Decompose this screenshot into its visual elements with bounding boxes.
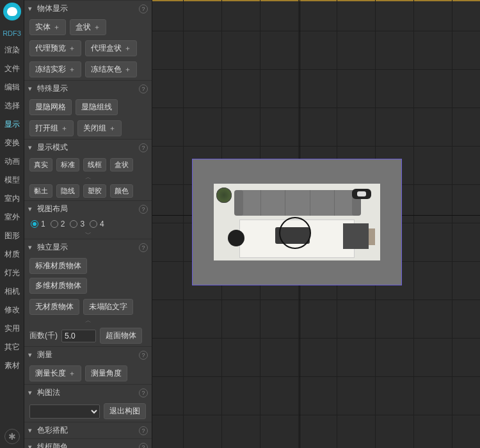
btn-toggle-grid[interactable]: 显隐网格 — [29, 99, 72, 115]
rail-item-14[interactable]: 修改 — [4, 301, 20, 319]
rail-item-10[interactable]: 图形 — [4, 227, 20, 245]
btn-solid[interactable]: 实体＋ — [29, 19, 66, 35]
plus-icon: ＋ — [68, 44, 76, 53]
composition-combo[interactable] — [29, 404, 100, 419]
rail-rdf[interactable]: RDF3 — [0, 26, 24, 41]
chevron-down-icon: ▾ — [28, 443, 37, 448]
rail-item-5[interactable]: 变换 — [4, 134, 20, 152]
section-object-display[interactable]: ▾ 物体显示 ? — [24, 0, 152, 17]
rail-item-12[interactable]: 灯光 — [4, 264, 20, 282]
rail-item-15[interactable]: 实用 — [4, 319, 20, 338]
btn-exit-composition[interactable]: 退出构图 — [104, 403, 146, 419]
rail-item-3[interactable]: 选择 — [4, 97, 20, 115]
render-preview — [192, 159, 402, 285]
layout-radio-3[interactable]: 3 — [70, 220, 84, 228]
rail-item-1[interactable]: 文件 — [4, 60, 20, 78]
btn-open-group[interactable]: 打开组＋ — [29, 120, 74, 136]
plus-icon: ＋ — [53, 22, 60, 32]
section-title: 独立显示 — [37, 242, 68, 253]
btn-over-faces[interactable]: 超面物体 — [100, 328, 142, 344]
btn-mode-color[interactable]: 颜色 — [110, 184, 133, 198]
plus-icon: ＋ — [68, 369, 76, 378]
btn-no-mat[interactable]: 无材质物体 — [29, 299, 79, 315]
btn-multi-mat[interactable]: 多维材质物体 — [29, 278, 87, 294]
btn-freeze-color[interactable]: 冻结实彩＋ — [29, 61, 81, 77]
help-icon[interactable]: ? — [139, 4, 148, 13]
rail-item-13[interactable]: 相机 — [4, 282, 20, 301]
rail-item-4[interactable]: 显示 — [4, 115, 20, 134]
section-title: 显示模式 — [37, 142, 68, 153]
rail-item-8[interactable]: 室内 — [4, 189, 20, 208]
btn-toggle-groupline[interactable]: 显隐组线 — [76, 99, 118, 115]
section-title: 线框颜色 — [37, 442, 68, 448]
btn-mode-clay[interactable]: 黏土 — [29, 184, 52, 198]
section-title: 视图布局 — [37, 204, 68, 214]
rail-item-11[interactable]: 材质 — [4, 245, 20, 264]
chevron-down-icon: ▾ — [28, 4, 37, 13]
btn-box[interactable]: 盒状＋ — [70, 19, 106, 35]
expand-caret-icon[interactable]: ﹀ — [24, 231, 152, 239]
btn-std-mat[interactable]: 标准材质物体 — [29, 258, 87, 274]
section-title: 特殊显示 — [37, 83, 68, 94]
viewport[interactable] — [152, 0, 480, 448]
settings-gear-icon[interactable]: ✱ — [4, 429, 20, 444]
section-viewport-layout[interactable]: ▾ 视图布局 ? — [24, 200, 152, 217]
btn-mode-real[interactable]: 真实 — [29, 158, 52, 172]
layout-radio-group: 1234 — [24, 217, 152, 231]
left-rail: RDF3 渲染文件编辑选择显示变换动画模型室内室外图形材质灯光相机修改实用其它素… — [0, 0, 24, 448]
section-special-display[interactable]: ▾ 特殊显示 ? — [24, 80, 152, 97]
rail-item-6[interactable]: 动画 — [4, 152, 20, 171]
help-icon[interactable]: ? — [139, 84, 148, 93]
help-icon[interactable]: ? — [139, 388, 148, 397]
chevron-down-icon: ▾ — [28, 243, 37, 252]
btn-proxy-box[interactable]: 代理盒状＋ — [85, 40, 137, 56]
layout-radio-4[interactable]: 4 — [90, 220, 104, 228]
collapse-caret-icon[interactable]: ︿ — [24, 317, 152, 325]
layout-radio-1[interactable]: 1 — [31, 220, 45, 228]
section-isolate[interactable]: ▾ 独立显示 ? — [24, 239, 152, 255]
section-wire-color[interactable]: ▾ 线框颜色 ? — [24, 438, 152, 448]
btn-mode-std[interactable]: 标准 — [56, 158, 79, 172]
rail-item-16[interactable]: 其它 — [4, 338, 20, 356]
section-measure[interactable]: ▾ 测量 ? — [24, 346, 152, 363]
btn-mode-box[interactable]: 盒状 — [110, 158, 133, 172]
section-composition[interactable]: ▾ 构图法 ? — [24, 384, 152, 401]
rail-item-2[interactable]: 编辑 — [4, 78, 20, 97]
rail-item-7[interactable]: 模型 — [4, 171, 20, 189]
btn-freeze-gray[interactable]: 冻结灰色＋ — [85, 61, 137, 77]
btn-no-collapse[interactable]: 未塌陷文字 — [83, 299, 133, 315]
btn-proxy-preview[interactable]: 代理预览＋ — [29, 40, 81, 56]
help-icon[interactable]: ? — [139, 443, 148, 449]
help-icon[interactable]: ? — [139, 143, 148, 152]
lamp-prop — [352, 189, 371, 199]
rail-item-9[interactable]: 室外 — [4, 208, 20, 227]
collapse-caret-icon[interactable]: ︿ — [24, 174, 152, 182]
chevron-down-icon: ▾ — [28, 84, 37, 93]
help-icon[interactable]: ? — [139, 351, 148, 360]
app-logo — [3, 3, 21, 20]
help-icon[interactable]: ? — [139, 426, 148, 435]
pouf-prop — [228, 230, 244, 246]
plus-icon: ＋ — [124, 44, 131, 53]
btn-mode-plastic[interactable]: 塑胶 — [83, 184, 106, 198]
section-color-match[interactable]: ▾ 色彩搭配 ? — [24, 422, 152, 438]
btn-mode-wire[interactable]: 线框 — [83, 158, 106, 172]
rail-item-17[interactable]: 素材 — [4, 356, 20, 375]
sofa-prop — [237, 190, 358, 216]
chevron-down-icon: ▾ — [28, 143, 37, 152]
plus-icon: ＋ — [61, 124, 68, 133]
btn-measure-angle[interactable]: 测量角度 — [85, 365, 127, 381]
chevron-down-icon: ▾ — [28, 426, 37, 435]
rail-item-0[interactable]: 渲染 — [4, 41, 20, 60]
btn-close-group[interactable]: 关闭组＋ — [77, 120, 122, 136]
chevron-down-icon: ▾ — [28, 351, 37, 359]
btn-mode-hidden[interactable]: 隐线 — [56, 184, 79, 198]
plus-icon: ＋ — [93, 22, 100, 32]
help-icon[interactable]: ? — [139, 243, 148, 252]
help-icon[interactable]: ? — [139, 205, 148, 214]
chevron-down-icon: ▾ — [28, 388, 37, 397]
section-display-mode[interactable]: ▾ 显示模式 ? — [24, 139, 152, 156]
btn-measure-length[interactable]: 测量长度＋ — [29, 365, 81, 381]
layout-radio-2[interactable]: 2 — [51, 220, 65, 228]
faces-input[interactable] — [61, 330, 96, 342]
